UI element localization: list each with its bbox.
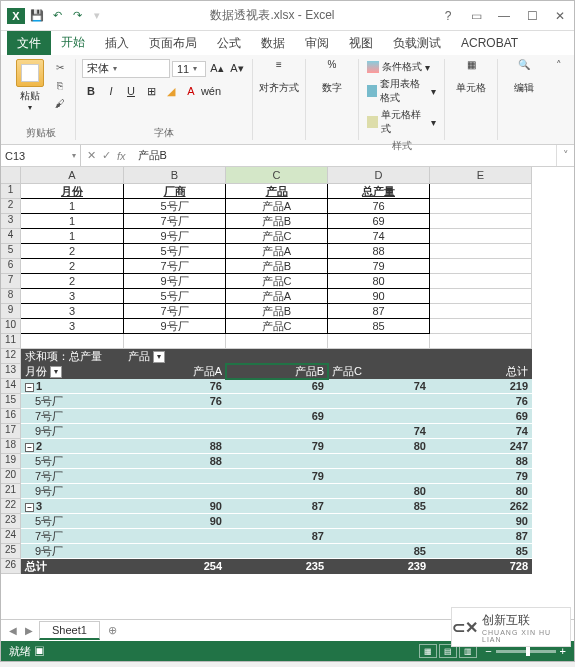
phonetic-button[interactable]: wén <box>202 82 220 100</box>
data-cell[interactable]: 87 <box>328 304 430 319</box>
data-cell[interactable]: 产品A <box>226 199 328 214</box>
row-header[interactable]: 18 <box>1 439 21 454</box>
cell[interactable]: 88 <box>124 454 226 469</box>
ribbon-options-icon[interactable]: ▭ <box>462 4 490 28</box>
data-cell[interactable]: 产品C <box>226 319 328 334</box>
pivot-detail-factory[interactable]: 7号厂 <box>21 409 124 424</box>
pivot-detail-factory[interactable]: 5号厂 <box>21 514 124 529</box>
italic-button[interactable]: I <box>102 82 120 100</box>
data-cell[interactable]: 76 <box>328 199 430 214</box>
header-month[interactable]: 月份 <box>21 184 124 199</box>
row-header[interactable]: 22 <box>1 499 21 514</box>
cell[interactable]: 69 <box>226 409 328 424</box>
data-cell[interactable]: 7号厂 <box>124 214 226 229</box>
row-header[interactable]: 12 <box>1 349 21 364</box>
cell[interactable]: 74 <box>328 379 430 394</box>
format-as-table-button[interactable]: 套用表格格式 ▾ <box>365 76 438 106</box>
row-header[interactable]: 17 <box>1 424 21 439</box>
cell[interactable] <box>430 304 532 319</box>
cell[interactable]: 247 <box>430 439 532 454</box>
cell[interactable]: 79 <box>226 439 328 454</box>
cell[interactable]: 74 <box>430 424 532 439</box>
alignment-button[interactable]: ≡ 对齐方式 <box>259 59 299 95</box>
cell[interactable]: 69 <box>430 409 532 424</box>
cancel-formula-icon[interactable]: ✕ <box>87 149 96 162</box>
column-header[interactable]: B <box>124 167 226 184</box>
data-cell[interactable]: 2 <box>21 274 124 289</box>
tab-view[interactable]: 视图 <box>339 31 383 56</box>
accept-formula-icon[interactable]: ✓ <box>102 149 111 162</box>
cell[interactable] <box>430 349 532 364</box>
cell[interactable] <box>328 394 430 409</box>
cell[interactable]: 262 <box>430 499 532 514</box>
formula-bar[interactable]: 产品B <box>132 145 556 166</box>
tab-formulas[interactable]: 公式 <box>207 31 251 56</box>
column-header[interactable]: E <box>430 167 532 184</box>
close-button[interactable]: ✕ <box>546 4 574 28</box>
conditional-formatting-button[interactable]: 条件格式 ▾ <box>365 59 438 75</box>
cell[interactable] <box>430 274 532 289</box>
pivot-col-prodB[interactable]: 产品B <box>226 364 328 379</box>
cell[interactable] <box>430 259 532 274</box>
cell[interactable]: 76 <box>124 379 226 394</box>
pivot-detail-factory[interactable]: 5号厂 <box>21 454 124 469</box>
cell[interactable]: 85 <box>430 544 532 559</box>
cell[interactable] <box>328 334 430 349</box>
cell[interactable] <box>328 469 430 484</box>
row-header[interactable]: 23 <box>1 514 21 529</box>
cell[interactable]: 85 <box>328 544 430 559</box>
cell[interactable]: 80 <box>328 484 430 499</box>
cell[interactable] <box>226 334 328 349</box>
select-all-corner[interactable] <box>1 167 21 184</box>
cell[interactable] <box>21 334 124 349</box>
decrease-font-icon[interactable]: A▾ <box>228 60 246 78</box>
row-header[interactable]: 14 <box>1 379 21 394</box>
row-header[interactable]: 21 <box>1 484 21 499</box>
cell[interactable] <box>430 319 532 334</box>
row-header[interactable]: 4 <box>1 229 21 244</box>
row-header[interactable]: 2 <box>1 199 21 214</box>
cell-styles-button[interactable]: 单元格样式 ▾ <box>365 107 438 137</box>
cell[interactable]: 80 <box>328 439 430 454</box>
bold-button[interactable]: B <box>82 82 100 100</box>
pivot-group-header[interactable]: −3 <box>21 499 124 514</box>
cell[interactable] <box>430 229 532 244</box>
cell[interactable]: 74 <box>328 424 430 439</box>
cell[interactable] <box>226 424 328 439</box>
row-header[interactable]: 15 <box>1 394 21 409</box>
tab-data[interactable]: 数据 <box>251 31 295 56</box>
pivot-detail-factory[interactable]: 7号厂 <box>21 469 124 484</box>
column-header[interactable]: D <box>328 167 430 184</box>
tab-insert[interactable]: 插入 <box>95 31 139 56</box>
cell[interactable] <box>226 484 328 499</box>
data-cell[interactable]: 88 <box>328 244 430 259</box>
row-header[interactable]: 13 <box>1 364 21 379</box>
data-cell[interactable]: 7号厂 <box>124 259 226 274</box>
cell[interactable]: 88 <box>124 439 226 454</box>
cell[interactable]: 79 <box>430 469 532 484</box>
data-cell[interactable]: 5号厂 <box>124 244 226 259</box>
header-factory[interactable]: 厂商 <box>124 184 226 199</box>
minimize-button[interactable]: — <box>490 4 518 28</box>
fill-color-button[interactable]: ◢ <box>162 82 180 100</box>
tab-review[interactable]: 审阅 <box>295 31 339 56</box>
sheet-tab-active[interactable]: Sheet1 <box>39 621 100 640</box>
cell[interactable] <box>226 454 328 469</box>
tab-file[interactable]: 文件 <box>7 31 51 56</box>
data-cell[interactable]: 74 <box>328 229 430 244</box>
pivot-grand-total-label[interactable]: 总计 <box>21 559 124 574</box>
number-button[interactable]: % 数字 <box>312 59 352 95</box>
row-header[interactable]: 26 <box>1 559 21 574</box>
collapse-ribbon-icon[interactable]: ˄ <box>550 59 568 140</box>
data-cell[interactable]: 2 <box>21 259 124 274</box>
cell[interactable] <box>328 529 430 544</box>
cell[interactable]: 254 <box>124 559 226 574</box>
format-painter-icon[interactable]: 🖌 <box>51 95 69 111</box>
data-cell[interactable]: 9号厂 <box>124 229 226 244</box>
cell[interactable] <box>328 454 430 469</box>
cell[interactable]: 79 <box>226 469 328 484</box>
pivot-col-total[interactable]: 总计 <box>430 364 532 379</box>
row-header[interactable]: 1 <box>1 184 21 199</box>
help-icon[interactable]: ? <box>434 4 462 28</box>
data-cell[interactable]: 5号厂 <box>124 289 226 304</box>
